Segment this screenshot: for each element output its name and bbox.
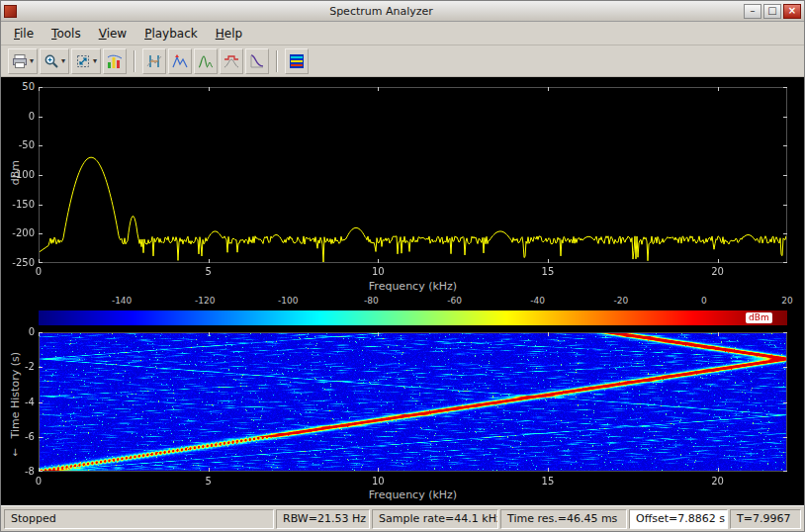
tick-mark bbox=[783, 402, 787, 403]
spectrogram-canvas bbox=[39, 332, 787, 472]
tick-mark bbox=[783, 145, 787, 146]
tick-mark bbox=[378, 468, 379, 472]
tick-label: 20 bbox=[772, 296, 802, 306]
printer-icon bbox=[12, 53, 28, 69]
cursor-measurements-button[interactable] bbox=[142, 48, 166, 74]
tick-mark bbox=[39, 233, 43, 234]
menu-item-help[interactable]: Help bbox=[207, 24, 251, 44]
tick-mark bbox=[39, 332, 40, 336]
tick-mark bbox=[209, 468, 210, 472]
spectrum-plot[interactable] bbox=[39, 87, 787, 263]
time-direction-arrow: ↓ bbox=[11, 447, 19, 458]
toolbar: ▾ ▾ ▾ bbox=[1, 45, 804, 77]
spectrum-settings-button[interactable] bbox=[103, 48, 127, 74]
toolbar-separator bbox=[276, 50, 278, 72]
tick-label: 5 bbox=[194, 266, 224, 277]
tick-mark bbox=[548, 259, 549, 263]
tick-mark bbox=[39, 437, 43, 438]
tick-mark bbox=[783, 437, 787, 438]
menu-item-file[interactable]: File bbox=[5, 24, 43, 44]
tick-label: 5 bbox=[194, 476, 224, 487]
spectrum-analyzer-window: { "window": { "title": "Spectrum Analyze… bbox=[0, 0, 805, 532]
tick-label: 10 bbox=[363, 476, 393, 487]
ccdf-measurements-icon bbox=[249, 53, 265, 69]
spectrogram-plot[interactable] bbox=[39, 332, 787, 472]
tick-label: 0 bbox=[24, 476, 53, 487]
maximize-button[interactable]: □ bbox=[763, 4, 781, 19]
menubar: File Tools View Playback Help bbox=[1, 22, 804, 45]
tick-mark bbox=[718, 468, 719, 472]
tick-label: -200 bbox=[1, 227, 35, 238]
tick-mark bbox=[783, 233, 787, 234]
peak-finder-icon bbox=[172, 53, 188, 69]
tick-label: -150 bbox=[1, 199, 35, 210]
spectrogram-xlabel: Frequency (kHz) bbox=[39, 488, 787, 501]
chevron-down-icon: ▾ bbox=[93, 56, 97, 65]
ccdf-measurements-button[interactable] bbox=[245, 48, 269, 74]
spectrogram-button[interactable] bbox=[285, 48, 309, 74]
tick-mark bbox=[783, 175, 787, 176]
print-button[interactable]: ▾ bbox=[8, 48, 38, 74]
tick-mark bbox=[39, 205, 43, 206]
tick-mark bbox=[39, 175, 43, 176]
app-icon[interactable] bbox=[4, 5, 17, 18]
tick-mark bbox=[209, 87, 210, 91]
cursor-measurements-icon bbox=[146, 53, 162, 69]
tick-label: 0 bbox=[1, 326, 35, 337]
colorbar bbox=[39, 310, 787, 325]
chevron-down-icon: ▾ bbox=[61, 56, 65, 65]
figure-area: dBm Frequency (kHz) dBm Time History (s)… bbox=[1, 77, 804, 505]
zoom-button[interactable]: ▾ bbox=[40, 48, 69, 74]
tick-mark bbox=[39, 259, 40, 263]
tick-label: -100 bbox=[1, 169, 35, 180]
tick-label: -50 bbox=[1, 139, 35, 150]
tick-mark bbox=[548, 332, 549, 336]
tick-mark bbox=[39, 468, 40, 472]
tick-label: -2 bbox=[1, 361, 35, 372]
tick-label: 15 bbox=[533, 266, 563, 277]
tick-mark bbox=[39, 367, 43, 368]
spectral-mask-button[interactable] bbox=[220, 48, 243, 74]
spectrum-canvas bbox=[39, 87, 787, 263]
tick-mark bbox=[378, 259, 379, 263]
magnifier-icon bbox=[44, 53, 59, 69]
status-time-res-panel: Time res.=46.45 ms bbox=[500, 509, 627, 529]
status-rbw-panel: RBW=21.53 Hz bbox=[276, 509, 370, 529]
peak-finder-button[interactable] bbox=[168, 48, 192, 74]
tick-mark bbox=[783, 205, 787, 206]
distortion-measurements-button[interactable] bbox=[194, 48, 218, 74]
status-sample-rate-panel: Sample rate=44.1 kHz bbox=[372, 509, 498, 529]
tick-mark bbox=[209, 332, 210, 336]
tick-label: 50 bbox=[1, 81, 35, 92]
tick-label: -100 bbox=[273, 296, 303, 306]
toolbar-separator bbox=[134, 50, 135, 72]
colorbar-unit-label: dBm bbox=[746, 312, 772, 323]
tick-mark bbox=[39, 117, 43, 118]
tick-label: 20 bbox=[703, 476, 733, 487]
spectrum-xlabel: Frequency (kHz) bbox=[39, 280, 787, 293]
chevron-down-icon: ▾ bbox=[30, 56, 34, 65]
tick-mark bbox=[783, 332, 787, 333]
tick-mark bbox=[718, 332, 719, 336]
minimize-button[interactable]: – bbox=[744, 4, 761, 19]
tick-label: 0 bbox=[1, 111, 35, 122]
status-state-panel: Stopped bbox=[4, 509, 274, 529]
close-button[interactable]: × bbox=[783, 4, 801, 19]
tick-label: -6 bbox=[1, 431, 35, 442]
tick-mark bbox=[39, 87, 40, 91]
spectrogram-icon bbox=[289, 53, 305, 69]
menu-item-tools[interactable]: Tools bbox=[43, 24, 90, 44]
spectral-mask-icon bbox=[224, 53, 239, 69]
menu-item-view[interactable]: View bbox=[90, 24, 135, 44]
tick-label: -20 bbox=[606, 296, 636, 306]
tick-mark bbox=[378, 332, 379, 336]
tick-mark bbox=[39, 145, 43, 146]
tick-label: 0 bbox=[24, 266, 53, 277]
tick-mark bbox=[783, 117, 787, 118]
tick-label: 20 bbox=[703, 266, 733, 277]
scale-axes-button[interactable]: ▾ bbox=[71, 48, 101, 74]
tick-label: 0 bbox=[689, 296, 719, 306]
scale-axes-icon bbox=[75, 53, 91, 69]
tick-mark bbox=[783, 471, 787, 472]
menu-item-playback[interactable]: Playback bbox=[135, 24, 207, 44]
